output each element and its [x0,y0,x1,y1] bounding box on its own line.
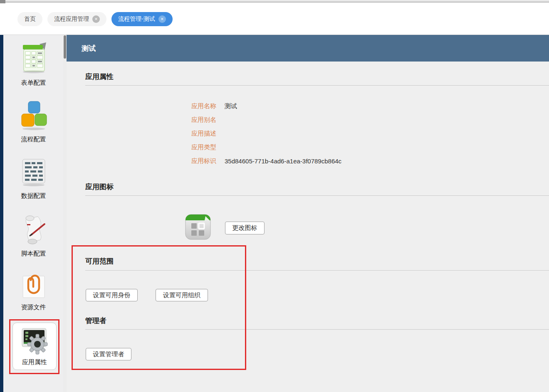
divider [85,195,549,196]
divider [85,270,549,271]
sidebar-scrollbar[interactable] [63,35,67,392]
field-label: 应用标识 [67,157,216,165]
properties-fields: 应用名称 测试 应用别名 应用描述 应用类型 应用标识 35d84605-771… [67,99,549,168]
divider [85,329,549,330]
form-table-icon [19,42,49,76]
section-title-scope: 可用范围 [85,256,114,266]
sidebar-item-label: 流程配置 [21,136,46,143]
data-list-icon [19,157,49,190]
set-available-organization-button[interactable]: 设置可用组织 [156,289,208,301]
tab-process-management-test[interactable]: 流程管理-测试 × [111,12,173,26]
field-label: 应用类型 [67,143,216,151]
paperclip-icon [20,270,47,301]
field-row: 应用别名 [67,113,549,127]
tab-label: 流程应用管理 [54,15,89,23]
field-row: 应用标识 35d84605-771b-4ad6-a1ea-3f0789cb864… [67,154,549,168]
window-top-edge-corner [0,0,5,3]
left-rail [0,35,3,392]
divider [85,85,549,86]
field-row: 应用类型 [67,141,549,154]
sidebar-item-resource-files[interactable]: 资源文件 [3,270,64,311]
section-title-admin: 管理者 [85,316,106,325]
main-content: 测试 应用属性 应用名称 测试 应用别名 应用描述 应用类型 应用标识 35d8… [67,35,549,392]
sidebar-item-form-config[interactable]: 表单配置 [3,42,64,87]
field-value: 测试 [225,102,237,110]
content-header: 测试 [67,35,549,62]
sidebar-item-script-config[interactable]: 脚本配置 [3,213,64,258]
tab-process-app-management[interactable]: 流程应用管理 × [47,12,106,26]
sidebar-item-process-config[interactable]: 流程配置 [3,100,64,143]
tab-home-label: 首页 [24,15,36,23]
close-icon[interactable]: × [158,15,166,23]
field-label: 应用别名 [67,116,216,124]
sidebar-item-data-config[interactable]: 数据配置 [3,157,64,200]
field-label: 应用名称 [67,102,216,110]
process-cubes-icon [19,100,49,133]
field-label: 应用描述 [67,130,216,138]
change-icon-button[interactable]: 更改图标 [225,222,265,234]
sidebar-item-label: 脚本配置 [21,250,46,258]
app-properties-icon [18,327,51,357]
field-row: 应用描述 [67,127,549,141]
sidebar-item-app-properties[interactable]: 应用属性 [12,323,57,370]
section-title-properties: 应用属性 [85,72,114,81]
script-scroll-icon [19,213,49,247]
tab-bar: 首页 流程应用管理 × 流程管理-测试 × [0,3,549,35]
sidebar-item-label: 数据配置 [21,192,46,200]
sidebar-item-label: 应用属性 [22,358,47,366]
tab-home[interactable]: 首页 [17,12,42,26]
sidebar: 表单配置 流程配置 [3,35,64,392]
scrollbar-thumb[interactable] [64,35,66,59]
set-admin-button[interactable]: 设置管理者 [86,348,131,360]
sidebar-item-label: 资源文件 [21,303,46,311]
field-row: 应用名称 测试 [67,99,549,113]
field-value: 35d84605-771b-4ad6-a1ea-3f0789cb864c [225,158,341,165]
window-top-edge [0,0,549,2]
sidebar-item-label: 表单配置 [21,79,46,87]
close-icon[interactable]: × [92,15,100,23]
section-title-app-icon: 应用图标 [85,182,114,192]
green-grid-app-icon [185,214,211,240]
page-title: 测试 [82,44,96,53]
tab-label: 流程管理-测试 [118,15,155,23]
set-available-identity-button[interactable]: 设置可用身份 [86,289,138,301]
